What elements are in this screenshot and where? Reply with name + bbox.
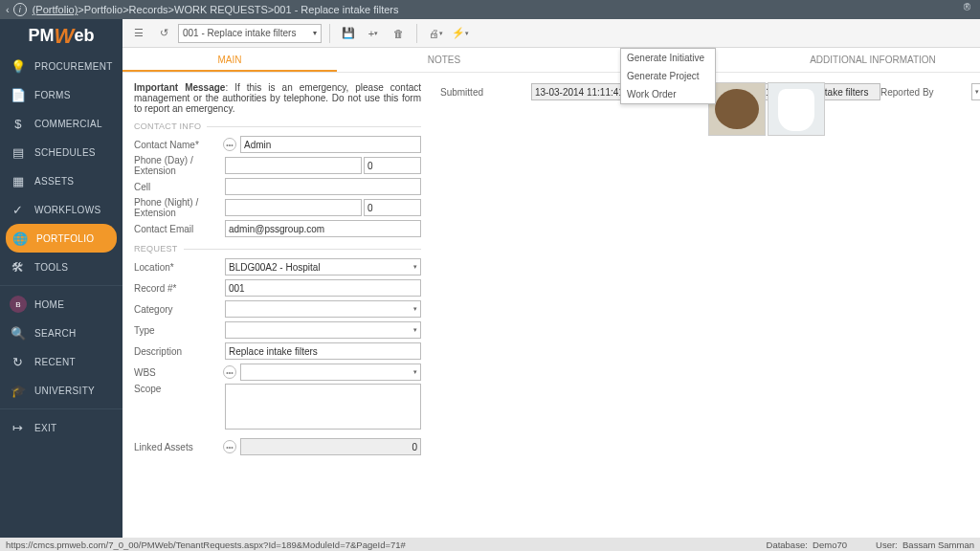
history-icon[interactable]: ↺ [153, 23, 174, 44]
sidebar-item-workflows[interactable]: ✓WORKFLOWS [0, 195, 122, 224]
schedule-icon: ▤ [10, 145, 27, 160]
important-message: Important Message: If this is an emergen… [134, 82, 421, 114]
toolbar: ☰ ↺ 001 - Replace intake filters▾ 💾 +▾ 🗑… [122, 19, 980, 48]
phone-day-input[interactable] [225, 157, 362, 174]
info-icon[interactable]: i [13, 3, 27, 16]
category-select[interactable]: ▾ [225, 300, 421, 318]
list-icon[interactable]: ☰ [128, 23, 149, 44]
recent-icon: ↻ [10, 355, 27, 369]
sidebar-item-home[interactable]: BHOME [0, 290, 122, 319]
status-url: https://cmcs.pmweb.com/7_0_00/PMWeb/Tena… [6, 540, 406, 550]
wbs-select[interactable]: ▾ [240, 364, 421, 381]
sidebar-item-procurement[interactable]: 💡PROCUREMENT [0, 52, 122, 80]
label-contact-name: Contact Name* [134, 140, 225, 150]
linked-assets-input[interactable] [240, 438, 421, 455]
chevron-down-icon: ▾ [975, 88, 979, 96]
chevron-down-icon: ▾ [413, 263, 417, 271]
chevron-down-icon: ▾ [413, 368, 417, 376]
record-select[interactable]: 001 - Replace intake filters▾ [178, 24, 322, 43]
delete-icon[interactable]: 🗑 [388, 23, 409, 44]
save-icon[interactable]: 💾 [338, 23, 359, 44]
status-bar: https://cmcs.pmweb.com/7_0_00/PMWeb/Tena… [0, 538, 980, 551]
label-submitted: Submitted [440, 87, 531, 98]
breadcrumb-2: Records [129, 4, 168, 15]
sidebar-item-tools[interactable]: 🛠TOOLS [0, 253, 122, 281]
bulb-icon: 💡 [10, 59, 27, 74]
dollar-icon: $ [10, 117, 27, 131]
scope-input[interactable] [225, 384, 421, 430]
phone-night-ext-input[interactable] [364, 199, 421, 216]
label-category: Category [134, 304, 225, 315]
sidebar-item-recent[interactable]: ↻RECENT [0, 347, 122, 376]
cell-input[interactable] [225, 178, 421, 195]
status-user: Bassam Samman [902, 540, 974, 550]
label-wbs: WBS [134, 367, 225, 378]
logo: PMWeb [0, 19, 122, 52]
chevron-down-icon: ▾ [413, 326, 417, 334]
breadcrumb-root[interactable]: (Portfolio) [33, 4, 78, 15]
sidebar-item-commercial[interactable]: $COMMERCIAL [0, 109, 122, 138]
breadcrumb-1: Portfolio [84, 4, 122, 15]
action-icon[interactable]: ⚡▾ [450, 23, 471, 44]
globe-icon: 🌐 [11, 231, 29, 246]
contact-name-input[interactable] [240, 136, 421, 153]
menu-work-order[interactable]: Work Order [621, 85, 715, 103]
label-description: Description [134, 346, 225, 357]
picker-assets[interactable]: ••• [223, 440, 236, 453]
action-dropdown: Generate Initiative Generate Project Wor… [620, 48, 716, 104]
label-type: Type [134, 325, 225, 336]
search-icon: 🔍 [10, 326, 27, 341]
label-phone-night: Phone (Night) / Extension [134, 197, 225, 218]
check-icon: ✓ [10, 203, 27, 217]
type-select[interactable]: ▾ [225, 321, 421, 339]
sidebar-item-portfolio[interactable]: 🌐PORTFOLIO [6, 224, 117, 253]
label-scope: Scope [134, 384, 225, 394]
tab-notes[interactable]: NOTES [337, 48, 551, 72]
chevron-down-icon: ▾ [313, 29, 317, 37]
description-input[interactable] [225, 342, 421, 360]
sidebar-item-search[interactable]: 🔍SEARCH [0, 319, 122, 347]
sidebar-item-assets[interactable]: ▦ASSETS [0, 166, 122, 195]
label-linked-assets: Linked Assets [134, 442, 225, 452]
back-icon[interactable]: ‹ [6, 4, 10, 15]
email-input[interactable] [225, 220, 421, 237]
thumbnail-1[interactable] [708, 82, 766, 136]
label-cell: Cell [134, 182, 225, 192]
breadcrumb-3: WORK REQUESTS [174, 4, 268, 15]
print-icon[interactable]: 🖨▾ [425, 23, 446, 44]
record-no-input[interactable] [225, 279, 421, 297]
label-location: Location* [134, 262, 225, 273]
tab-additional[interactable]: ADDITIONAL INFORMATION [766, 48, 980, 72]
forms-icon: 📄 [10, 88, 27, 102]
add-icon[interactable]: +▾ [363, 23, 384, 44]
tab-main[interactable]: MAIN [122, 48, 337, 72]
chevron-down-icon: ▾ [413, 305, 417, 313]
phone-night-input[interactable] [225, 199, 362, 216]
status-db: Demo70 [813, 540, 847, 550]
sidebar-item-forms[interactable]: 📄FORMS [0, 80, 122, 109]
assets-icon: ▦ [10, 174, 27, 188]
label-phone-day: Phone (Day) / Extension [134, 155, 225, 176]
attachment-thumbnails [708, 82, 969, 136]
sidebar: PMWeb 💡PROCUREMENT 📄FORMS $COMMERCIAL ▤S… [0, 19, 122, 538]
section-request: REQUEST [134, 244, 421, 253]
sidebar-item-schedules[interactable]: ▤SCHEDULES [0, 138, 122, 166]
location-select[interactable]: BLDG00A2 - Hospital▾ [225, 258, 421, 276]
sidebar-item-exit[interactable]: ↦EXIT [0, 413, 122, 442]
label-email: Contact Email [134, 224, 225, 234]
breadcrumb-bar: ‹ i (Portfolio) > Portfolio > Records > … [0, 0, 980, 19]
avatar-icon: B [10, 296, 27, 313]
picker-contact[interactable]: ••• [223, 138, 236, 151]
menu-generate-project[interactable]: Generate Project [621, 67, 715, 85]
menu-generate-initiative[interactable]: Generate Initiative [621, 49, 715, 67]
picker-wbs[interactable]: ••• [223, 365, 236, 379]
phone-day-ext-input[interactable] [364, 157, 421, 174]
exit-icon: ↦ [10, 421, 27, 435]
breadcrumb-4: 001 - Replace intake filters [274, 4, 398, 15]
label-record-no: Record #* [134, 283, 225, 294]
reported-by-select[interactable]: ▾ [971, 83, 980, 100]
section-contact: CONTACT INFO [134, 121, 421, 131]
sidebar-item-university[interactable]: 🎓UNIVERSITY [0, 376, 122, 405]
trademark-icon: ® [964, 2, 970, 12]
thumbnail-2[interactable] [768, 82, 825, 136]
